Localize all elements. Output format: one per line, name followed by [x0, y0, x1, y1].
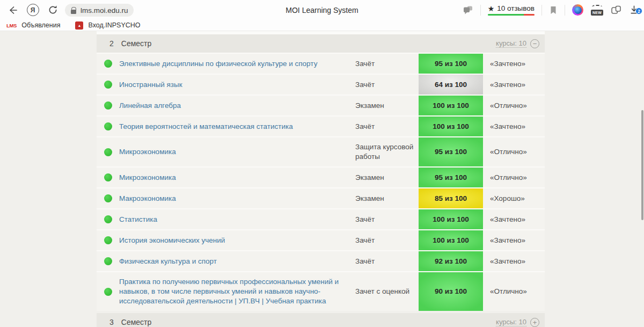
url-text: lms.moi.edu.ru — [80, 6, 128, 14]
status-cell — [97, 148, 119, 156]
status-dot-icon — [104, 173, 112, 181]
course-row: Линейная алгебра Экзамен 100 из 100 «Отл… — [97, 95, 545, 115]
bookmark-item-lms[interactable]: LMS Объявления — [6, 21, 60, 29]
semester-2-header: 2 Семестр курсы: 10 − — [97, 34, 545, 53]
protect-icon — [463, 5, 473, 15]
status-dot-icon — [104, 194, 112, 202]
downloads-button[interactable]: 2 — [629, 5, 639, 15]
yandex-button[interactable]: Я — [25, 0, 41, 20]
assessment-type: Зачёт — [355, 75, 419, 95]
rating-bar — [488, 14, 535, 16]
status-dot-icon — [104, 288, 112, 296]
semester-number: 2 — [109, 39, 114, 48]
star-icon: ★ — [488, 5, 495, 12]
status-cell — [97, 236, 119, 244]
yandex-letter: Я — [31, 6, 35, 14]
grade-text: «Отлично» — [483, 101, 545, 111]
score-text: 64 из 100 — [435, 80, 467, 90]
score-text: 100 из 100 — [433, 101, 469, 111]
bookmarks-bar: LMS Объявления ▲ Вход.INPSYCHO — [0, 20, 644, 31]
status-dot-icon — [104, 122, 112, 130]
course-link[interactable]: Микроэкономика — [119, 168, 355, 187]
course-row: Микроэкономика Защита курсовой работы 95… — [97, 136, 545, 166]
bookmark-button[interactable] — [549, 5, 558, 15]
score-badge: 100 из 100 — [419, 117, 483, 136]
lms-favicon: LMS — [6, 23, 17, 28]
score-text: 85 из 100 — [435, 194, 467, 204]
score-text: 100 из 100 — [433, 215, 469, 224]
status-dot-icon — [104, 81, 112, 89]
semester-number: 3 — [109, 318, 114, 326]
course-link[interactable]: Макроэкономика — [119, 189, 355, 208]
course-link[interactable]: Практика по получению первичных професси… — [119, 272, 355, 311]
toolbar-separator — [565, 5, 565, 16]
bookmark-item-inpsycho[interactable]: ▲ Вход.INPSYCHO — [75, 21, 140, 30]
course-link[interactable]: Статистика — [119, 210, 355, 229]
score-text: 95 из 100 — [435, 59, 467, 69]
browser-toolbar: Я lms.moi.edu.ru MOI Learning System — [0, 0, 644, 20]
grade-text: «Зачтено» — [483, 257, 545, 266]
status-cell — [97, 101, 119, 110]
course-link[interactable]: Теория вероятностей и математическая ста… — [119, 117, 355, 136]
course-link[interactable]: Элективные дисциплины по физической куль… — [119, 54, 355, 74]
assessment-type: Зачёт — [355, 54, 419, 74]
status-dot-icon — [104, 257, 112, 265]
plus-icon: + — [533, 319, 537, 326]
status-cell — [97, 81, 119, 89]
course-row: Макроэкономика Экзамен 85 из 100 «Хорошо… — [97, 187, 545, 208]
course-link[interactable]: История экономических учений — [119, 231, 355, 250]
semester-label: Семестр — [121, 39, 152, 48]
status-cell — [97, 288, 119, 296]
back-button[interactable] — [5, 0, 20, 20]
toolbar-separator — [480, 5, 481, 16]
courses-counter-link[interactable]: курсы: 10 — [496, 318, 526, 326]
lock-icon[interactable] — [71, 10, 76, 14]
assessment-type: Защита курсовой работы — [355, 137, 419, 166]
assessment-type: Зачёт — [355, 231, 419, 250]
score-badge: 95 из 100 — [419, 168, 483, 187]
grades-panel: 2 Семестр курсы: 10 − Элективные дисципл… — [97, 31, 545, 327]
grade-text: «Зачтено» — [483, 122, 545, 132]
back-arrow-icon — [8, 5, 18, 16]
refresh-button[interactable] — [45, 0, 60, 20]
score-badge: 100 из 100 — [419, 209, 483, 229]
inpsycho-logo-icon: ▲ — [75, 21, 83, 30]
expand-semester-button[interactable]: + — [530, 318, 539, 327]
course-link[interactable]: Линейная алгебра — [119, 96, 355, 115]
extension-logo-icon — [572, 4, 583, 16]
protect-button[interactable] — [463, 5, 473, 15]
course-link[interactable]: Микроэкономика — [119, 142, 355, 162]
reviews-count-label: 10 отзывов — [497, 4, 535, 12]
assessment-type: Экзамен — [355, 168, 419, 187]
course-link[interactable]: Иностранный язык — [119, 75, 355, 95]
score-text: 95 из 100 — [435, 173, 467, 183]
score-badge: 95 из 100 — [419, 54, 483, 74]
status-cell — [97, 122, 119, 130]
collections-icon — [611, 5, 622, 15]
refresh-icon — [48, 5, 58, 15]
site-rating-button[interactable]: ★ 10 отзывов — [488, 4, 535, 16]
page-scrollbar[interactable] — [641, 110, 643, 220]
status-dot-icon — [104, 60, 112, 68]
course-row: Микроэкономика Экзамен 95 из 100 «Отличн… — [97, 166, 545, 187]
address-bar[interactable]: lms.moi.edu.ru — [65, 4, 134, 17]
collections-button[interactable] — [611, 5, 622, 15]
grade-text: «Зачтено» — [483, 236, 545, 245]
score-badge: 64 из 100 — [419, 75, 483, 95]
courses-counter-link[interactable]: курсы: 10 — [496, 39, 526, 48]
course-row: Иностранный язык Зачёт 64 из 100 «Зачтен… — [97, 74, 545, 95]
score-badge: 100 из 100 — [419, 96, 483, 115]
grade-text: «Отлично» — [483, 147, 545, 157]
extension-button[interactable] — [572, 4, 583, 16]
browser-chrome: Я lms.moi.edu.ru MOI Learning System — [0, 0, 644, 31]
toolbar-right-cluster: ★ 10 отзывов NEW — [463, 0, 644, 20]
score-text: 100 из 100 — [433, 122, 469, 132]
assessment-type: Зачёт — [355, 117, 419, 136]
collapse-semester-button[interactable]: − — [530, 39, 539, 48]
score-text: 90 из 100 — [435, 287, 467, 296]
screenshot-new-button[interactable]: NEW — [590, 5, 604, 16]
course-link[interactable]: Физическая культура и спорт — [119, 252, 355, 271]
status-cell — [97, 60, 119, 68]
assessment-type: Экзамен — [355, 96, 419, 115]
course-row: Практика по получению первичных професси… — [97, 271, 545, 311]
